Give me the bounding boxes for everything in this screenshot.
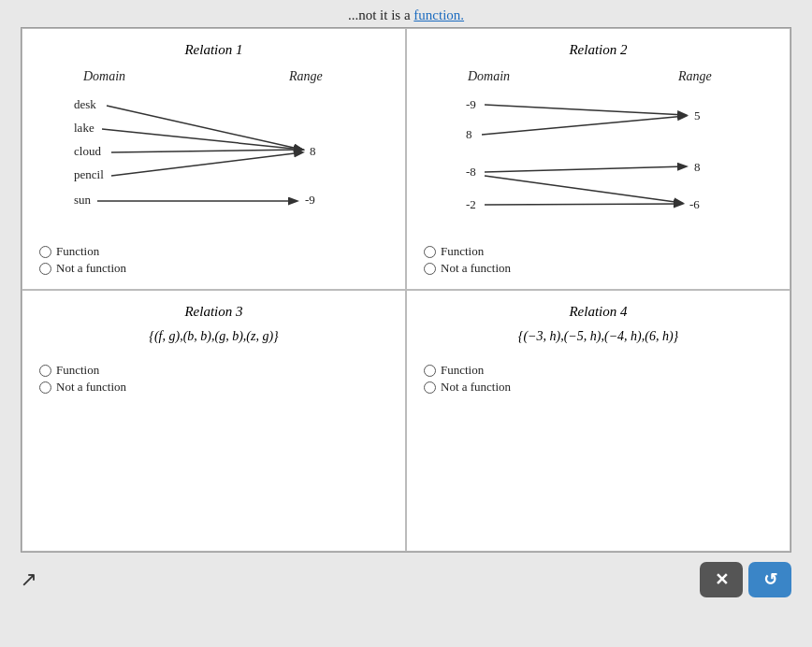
- relation4-function-option[interactable]: Function: [424, 363, 773, 378]
- relation2-function-option[interactable]: Function: [424, 244, 773, 259]
- relation2-quadrant: Relation 2 Domain Range -9 8 -8 -2 5 8 -…: [406, 28, 790, 290]
- relation1-quadrant: Relation 1 Domain Range desk lake cloud …: [22, 28, 406, 290]
- relation2-options: Function Not a function: [424, 244, 773, 276]
- svg-line-11: [111, 150, 302, 152]
- svg-text:lake: lake: [74, 121, 94, 135]
- svg-text:5: 5: [694, 108, 701, 122]
- relation4-notfunction-option[interactable]: Not a function: [424, 380, 773, 395]
- relation4-set: {(−3, h),(−5, h),(−4, h),(6, h)}: [424, 329, 773, 344]
- relation1-function-radio[interactable]: [39, 246, 51, 258]
- relation4-quadrant: Relation 4 {(−3, h),(−5, h),(−4, h),(6, …: [406, 290, 790, 552]
- relation2-diagram: Domain Range -9 8 -8 -2 5 8 -6: [449, 64, 748, 237]
- svg-line-26: [485, 176, 682, 203]
- relation1-notfunction-label: Not a function: [56, 261, 126, 276]
- x-button[interactable]: ✕: [700, 562, 743, 597]
- relation1-title: Relation 1: [39, 42, 388, 58]
- relation3-notfunction-option[interactable]: Not a function: [39, 380, 388, 395]
- svg-text:-9: -9: [466, 97, 476, 111]
- button-group: ✕ ↺: [700, 562, 791, 597]
- relation3-notfunction-radio[interactable]: [39, 381, 51, 394]
- svg-line-27: [485, 204, 682, 205]
- relation2-notfunction-label: Not a function: [441, 261, 511, 276]
- svg-text:-6: -6: [689, 197, 700, 211]
- relation4-title: Relation 4: [424, 304, 773, 320]
- relation4-options: Function Not a function: [424, 363, 773, 395]
- relation1-function-label: Function: [56, 244, 99, 259]
- relation1-options: Function Not a function: [39, 244, 388, 276]
- svg-text:Range: Range: [677, 69, 712, 83]
- relation3-title: Relation 3: [39, 304, 388, 320]
- header-text: ...not it is a function.: [0, 0, 812, 27]
- relation4-function-radio[interactable]: [424, 365, 436, 377]
- svg-text:-8: -8: [466, 165, 476, 179]
- relation3-set: {(f, g),(b, b),(g, b),(z, g)}: [39, 329, 388, 344]
- svg-text:sun: sun: [74, 193, 92, 207]
- svg-line-10: [102, 129, 302, 150]
- svg-text:8: 8: [694, 160, 701, 174]
- svg-text:pencil: pencil: [74, 167, 104, 181]
- relation3-function-radio[interactable]: [39, 365, 51, 377]
- relation4-notfunction-label: Not a function: [441, 380, 511, 395]
- relation3-notfunction-label: Not a function: [56, 380, 126, 395]
- relation4-notfunction-radio[interactable]: [424, 381, 436, 394]
- relation3-options: Function Not a function: [39, 363, 388, 395]
- function-link[interactable]: function.: [413, 7, 464, 22]
- svg-line-9: [107, 106, 302, 150]
- relation4-function-label: Function: [441, 363, 484, 378]
- relation2-function-radio[interactable]: [424, 246, 436, 258]
- svg-text:Range: Range: [288, 69, 323, 83]
- svg-text:desk: desk: [74, 97, 96, 111]
- relation2-title: Relation 2: [424, 42, 773, 58]
- relation3-function-option[interactable]: Function: [39, 363, 388, 378]
- bottom-bar: ↖ ✕ ↺: [0, 553, 812, 605]
- svg-text:Domain: Domain: [467, 69, 510, 83]
- svg-line-25: [485, 166, 686, 172]
- relation1-function-option[interactable]: Function: [39, 244, 388, 259]
- relation1-notfunction-radio[interactable]: [39, 263, 51, 275]
- svg-text:8: 8: [466, 127, 472, 141]
- relations-grid: Relation 1 Domain Range desk lake cloud …: [21, 27, 791, 553]
- redo-button[interactable]: ↺: [748, 562, 791, 597]
- relation2-notfunction-radio[interactable]: [424, 263, 436, 275]
- relation3-function-label: Function: [56, 363, 99, 378]
- svg-line-24: [482, 116, 686, 135]
- svg-text:-9: -9: [305, 193, 315, 207]
- relation1-notfunction-option[interactable]: Not a function: [39, 261, 388, 276]
- svg-text:8: 8: [310, 144, 316, 158]
- relation2-function-label: Function: [441, 244, 484, 259]
- svg-text:-2: -2: [466, 197, 476, 211]
- svg-line-23: [485, 105, 686, 115]
- svg-text:Domain: Domain: [82, 69, 125, 83]
- svg-text:cloud: cloud: [74, 144, 101, 158]
- relation1-diagram: Domain Range desk lake cloud pencil sun …: [55, 64, 373, 237]
- svg-line-12: [111, 152, 302, 176]
- cursor-icon: ↖: [21, 568, 37, 592]
- relation3-quadrant: Relation 3 {(f, g),(b, b),(g, b),(z, g)}…: [22, 290, 406, 552]
- relation2-notfunction-option[interactable]: Not a function: [424, 261, 773, 276]
